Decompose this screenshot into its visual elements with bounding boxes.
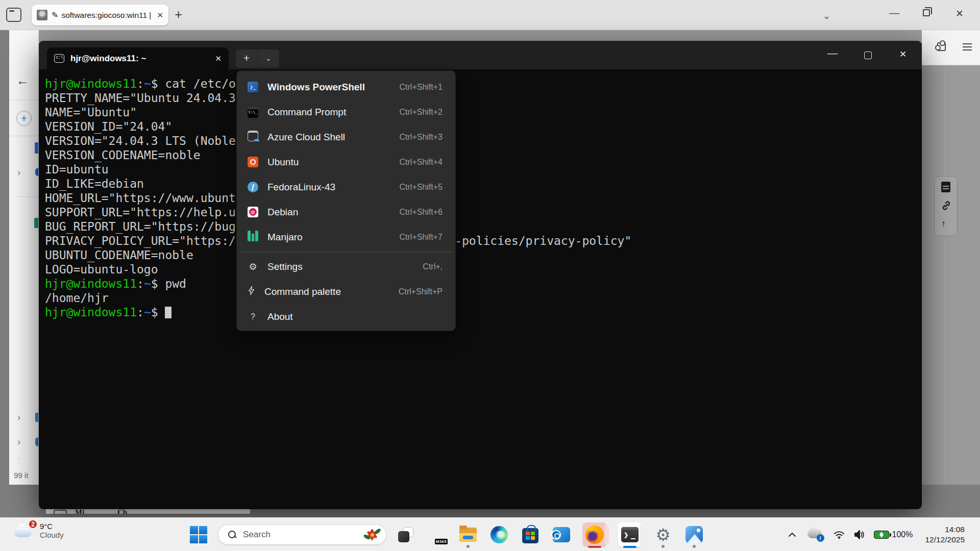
- tab-favicon: [37, 10, 47, 20]
- taskbar-search[interactable]: [218, 524, 386, 545]
- system-tray: i 100% 14:08 12/12/2025: [788, 518, 980, 551]
- clock[interactable]: 14:08 12/12/2025: [925, 524, 965, 545]
- sidebar-add-button[interactable]: +: [16, 111, 32, 126]
- file-explorer-button[interactable]: [456, 520, 480, 549]
- weather-condition: Cloudy: [40, 531, 64, 539]
- battery-icon[interactable]: [874, 531, 889, 539]
- sidebar-item-partial[interactable]: [35, 168, 38, 176]
- menu-item-azure-cloud-shell[interactable]: ☁Azure Cloud ShellCtrl+Shift+3: [239, 124, 453, 149]
- settings-gear-icon: ⚙: [655, 527, 671, 543]
- task-view-button[interactable]: [394, 520, 418, 549]
- menu-item-shortcut: Ctrl+,: [423, 262, 443, 271]
- hidden-icons-chevron[interactable]: [788, 532, 796, 537]
- photos-button[interactable]: [682, 520, 706, 549]
- menu-item-windows-powershell[interactable]: ❯_Windows PowerShellCtrl+Shift+1: [239, 74, 453, 99]
- browser-tab[interactable]: ✎ softwares:giocoso:win11 [BBr ✕: [32, 5, 168, 26]
- edge-button[interactable]: [487, 520, 511, 549]
- cloud-weather-icon: 2: [13, 523, 35, 538]
- sidebar-item-partial[interactable]: [35, 437, 38, 446]
- terminal-line: SUPPORT_URL="https://help.ubuntu.com/": [45, 205, 922, 219]
- menu-item-label: Settings: [267, 261, 303, 272]
- back-arrow-icon[interactable]: ←: [16, 73, 29, 88]
- chevron-right-icon[interactable]: ›: [17, 167, 20, 178]
- edge-icon: [491, 526, 508, 543]
- menu-item-fedoralinux-43[interactable]: fFedoraLinux-43Ctrl+Shift+5: [239, 174, 453, 199]
- menu-item-about[interactable]: ?About: [239, 304, 453, 329]
- sidebar-toggle-icon[interactable]: [6, 8, 21, 22]
- terminal-window: hjr@windows11: ~ ✕ + ⌄ — ✕ hjr@windows11…: [39, 41, 922, 509]
- terminal-new-tab-button[interactable]: +: [236, 49, 257, 68]
- terminal-profile-menu: ❯_Windows PowerShellCtrl+Shift+1C:\_Comm…: [236, 70, 456, 331]
- menu-item-label: FedoraLinux-43: [267, 182, 335, 193]
- menu-item-label: Command palette: [264, 286, 341, 297]
- start-button[interactable]: [187, 520, 210, 549]
- sidebar-item-partial[interactable]: [35, 142, 38, 154]
- document-icon[interactable]: [941, 182, 950, 192]
- weather-temperature: 9°C: [40, 522, 64, 531]
- terminal-line: LOGO=ubuntu-logo: [45, 262, 922, 277]
- terminal-close-button[interactable]: ✕: [887, 41, 919, 69]
- browser-minimize-button[interactable]: —: [889, 7, 899, 19]
- chevron-right-icon[interactable]: ›: [17, 412, 20, 423]
- manjaro-icon: [248, 231, 258, 243]
- page-scrollbar[interactable]: [945, 65, 946, 485]
- browser-restore-button[interactable]: [923, 9, 930, 16]
- terminal-profile-dropdown-button[interactable]: ⌄: [258, 49, 279, 68]
- terminal-maximize-button[interactable]: [852, 41, 884, 69]
- terminal-taskbar-button[interactable]: [616, 520, 644, 549]
- weather-widget[interactable]: 2 9°C Cloudy: [13, 522, 64, 539]
- terminal-tab-title: hjr@windows11: ~: [70, 54, 146, 64]
- list-tabs-chevron-icon[interactable]: ⌄: [823, 10, 830, 21]
- terminal-tab[interactable]: hjr@windows11: ~ ✕: [47, 47, 229, 69]
- settings-button[interactable]: ⚙: [651, 520, 675, 549]
- firefox-button[interactable]: [581, 520, 608, 549]
- menu-item-debian[interactable]: @DebianCtrl+Shift+6: [239, 199, 453, 224]
- tab-close-icon[interactable]: ✕: [157, 11, 163, 20]
- link-icon[interactable]: [941, 200, 952, 211]
- reader-tools-panel: ↑: [934, 176, 958, 236]
- search-input[interactable]: [243, 530, 345, 540]
- terminal-minimize-button[interactable]: —: [817, 41, 848, 69]
- menu-item-label: About: [267, 311, 293, 322]
- m365-copilot-icon: M365: [428, 526, 446, 543]
- terminal-line: hjr@windows11:~$ cat /etc/os-release: [45, 77, 922, 91]
- menu-item-shortcut: Ctrl+Shift+2: [400, 108, 443, 117]
- debian-icon: @: [248, 207, 258, 218]
- checkbox-partial: [54, 510, 67, 514]
- battery-percentage: 100%: [892, 530, 913, 539]
- scroll-top-arrow-icon[interactable]: ↑: [941, 218, 946, 230]
- fedora-icon: f: [248, 182, 258, 192]
- extensions-puzzle-icon[interactable]: [937, 42, 946, 51]
- notification-badge: 2: [28, 519, 38, 529]
- terminal-line: hjr@windows11:~$: [45, 305, 922, 319]
- browser-close-button[interactable]: ✕: [955, 8, 964, 19]
- menu-item-label: Debian: [267, 207, 298, 218]
- chevron-right-icon[interactable]: ›: [17, 436, 20, 447]
- menu-item-label: Ubuntu: [267, 157, 299, 168]
- terminal-title-bar[interactable]: hjr@windows11: ~ ✕ + ⌄ — ✕: [39, 41, 922, 69]
- menu-hamburger-icon[interactable]: [963, 43, 972, 51]
- menu-item-manjaro[interactable]: ManjaroCtrl+Shift+7: [239, 224, 453, 249]
- menu-item-command-palette[interactable]: Command paletteCtrl+Shift+P: [239, 279, 453, 304]
- m365-copilot-button[interactable]: M365: [425, 520, 449, 549]
- menu-item-command-prompt[interactable]: C:\_Command PromptCtrl+Shift+2: [239, 99, 453, 124]
- desktop: ✎ softwares:giocoso:win11 [BBr ✕ + ⌄ — ✕…: [0, 0, 980, 551]
- terminal-output[interactable]: hjr@windows11:~$ cat /etc/os-releasePRET…: [39, 69, 922, 319]
- terminal-tab-close-icon[interactable]: ✕: [215, 54, 222, 63]
- sidebar-item-partial[interactable]: [34, 218, 38, 228]
- sidebar-item-partial[interactable]: [35, 413, 38, 422]
- browser-sidebar: ← + › › › ` 99 it: [9, 30, 39, 485]
- taskbar: 2 9°C Cloudy M365: [0, 517, 980, 551]
- file-explorer-icon: [459, 528, 477, 542]
- volume-icon[interactable]: [853, 530, 866, 540]
- terminal-line: ID=ubuntu: [45, 162, 922, 177]
- menu-item-ubuntu[interactable]: UbuntuCtrl+Shift+4: [239, 149, 453, 174]
- outlook-button[interactable]: [550, 520, 573, 549]
- wifi-icon[interactable]: [833, 530, 845, 540]
- new-tab-button[interactable]: +: [175, 8, 182, 21]
- tray-date: 12/12/2025: [925, 535, 965, 545]
- onedrive-icon[interactable]: i: [807, 529, 823, 540]
- photos-icon: [685, 526, 703, 543]
- microsoft-store-button[interactable]: [519, 520, 542, 549]
- menu-item-settings[interactable]: ⚙SettingsCtrl+,: [239, 254, 453, 279]
